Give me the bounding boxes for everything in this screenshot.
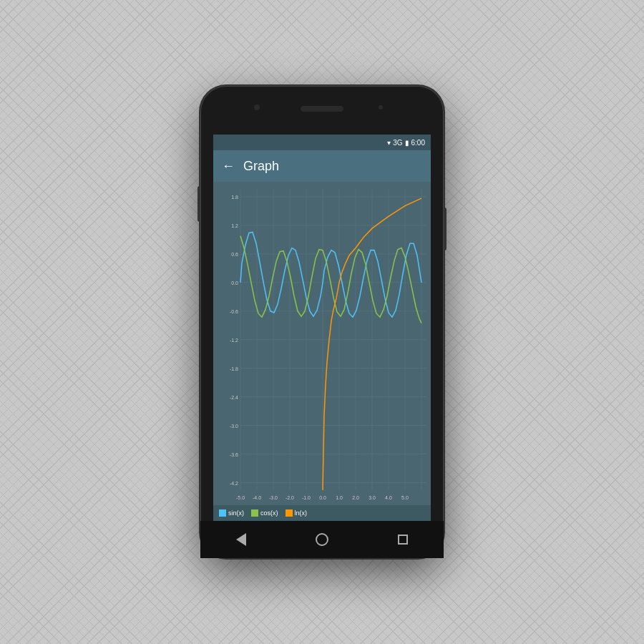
svg-text:-0.6: -0.6 — [230, 309, 238, 315]
home-circle-icon — [316, 533, 328, 546]
front-camera — [254, 104, 260, 110]
back-button[interactable]: ← — [222, 159, 235, 174]
svg-text:-1.2: -1.2 — [230, 338, 238, 343]
svg-text:-2.0: -2.0 — [286, 494, 294, 500]
svg-text:-3.0: -3.0 — [269, 494, 278, 500]
nav-back-button[interactable] — [228, 527, 254, 552]
phone-device: ▾ 3G ▮ 6:00 ← Graph — [200, 86, 444, 558]
svg-text:0.6: 0.6 — [231, 252, 238, 258]
bottom-nav — [200, 521, 444, 558]
app-title: Graph — [243, 159, 279, 174]
svg-text:2.0: 2.0 — [352, 494, 359, 500]
svg-text:1.8: 1.8 — [231, 195, 238, 200]
svg-text:4.0: 4.0 — [385, 494, 392, 500]
status-bar: ▾ 3G ▮ 6:00 — [213, 135, 431, 150]
svg-rect-0 — [213, 182, 431, 505]
recent-square-icon — [398, 535, 408, 545]
legend-cos: cos(x) — [251, 509, 278, 517]
legend-ln: ln(x) — [286, 509, 308, 517]
sin-label: sin(x) — [228, 509, 244, 517]
earpiece-speaker — [301, 106, 343, 112]
svg-text:-4.0: -4.0 — [253, 494, 261, 500]
svg-text:-4.2: -4.2 — [230, 480, 238, 486]
svg-text:-3.0: -3.0 — [230, 424, 238, 429]
graph-container[interactable]: 1.8 1.2 0.6 0.0 -0.6 -1.2 -1.8 -2.4 -3.0… — [213, 182, 431, 505]
legend-sin: sin(x) — [219, 509, 244, 517]
time-label: 6:00 — [411, 139, 425, 147]
phone-top-bar — [200, 86, 444, 135]
wifi-icon: ▾ — [387, 139, 391, 147]
nav-recent-button[interactable] — [390, 527, 416, 552]
back-triangle-icon — [236, 533, 246, 546]
signal-label: 3G — [393, 139, 402, 147]
svg-text:1.0: 1.0 — [336, 494, 343, 500]
ln-label: ln(x) — [295, 509, 308, 517]
svg-text:5.0: 5.0 — [401, 494, 409, 500]
svg-text:-1.8: -1.8 — [230, 366, 238, 372]
proximity-sensor — [379, 105, 383, 109]
svg-text:-3.6: -3.6 — [230, 452, 238, 458]
svg-text:1.2: 1.2 — [231, 223, 238, 229]
svg-text:0.0: 0.0 — [319, 494, 326, 500]
app-bar: ← Graph — [213, 150, 431, 182]
sin-color-swatch — [219, 509, 226, 517]
svg-text:-1.0: -1.0 — [302, 494, 311, 500]
cos-label: cos(x) — [260, 509, 278, 517]
ln-color-swatch — [286, 509, 293, 517]
legend-bar: sin(x) cos(x) ln(x) — [213, 505, 431, 521]
svg-text:3.0: 3.0 — [369, 494, 376, 500]
battery-icon: ▮ — [405, 139, 409, 147]
status-icons: ▾ 3G ▮ 6:00 — [387, 139, 425, 147]
graph-svg: 1.8 1.2 0.6 0.0 -0.6 -1.2 -1.8 -2.4 -3.0… — [213, 182, 431, 505]
svg-text:-5.0: -5.0 — [236, 494, 245, 500]
cos-color-swatch — [251, 509, 258, 517]
nav-home-button[interactable] — [309, 527, 335, 552]
svg-text:0.0: 0.0 — [231, 280, 238, 286]
phone-screen: ▾ 3G ▮ 6:00 ← Graph — [213, 135, 431, 521]
svg-text:-2.4: -2.4 — [230, 395, 238, 401]
